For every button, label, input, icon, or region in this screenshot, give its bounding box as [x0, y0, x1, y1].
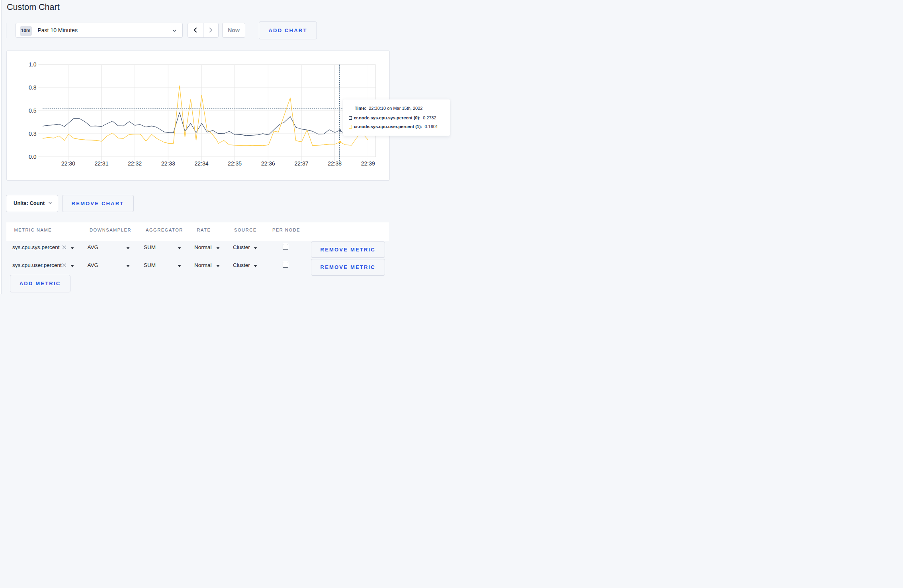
svg-text:0.5: 0.5: [29, 107, 37, 113]
svg-text:22:34: 22:34: [194, 160, 208, 166]
svg-text:0.3: 0.3: [29, 130, 37, 136]
svg-text:1.0: 1.0: [29, 61, 37, 68]
svg-text:0.8: 0.8: [29, 84, 37, 90]
svg-text:22:36: 22:36: [261, 160, 275, 166]
svg-text:22:32: 22:32: [128, 160, 142, 166]
svg-text:22:39: 22:39: [361, 160, 375, 166]
svg-text:22:31: 22:31: [94, 160, 108, 166]
svg-text:22:33: 22:33: [161, 160, 175, 166]
svg-text:22:35: 22:35: [228, 160, 242, 166]
svg-text:22:30: 22:30: [61, 160, 75, 166]
svg-text:0.0: 0.0: [29, 153, 37, 160]
svg-text:22:37: 22:37: [294, 160, 308, 166]
svg-text:22:38: 22:38: [328, 160, 342, 166]
